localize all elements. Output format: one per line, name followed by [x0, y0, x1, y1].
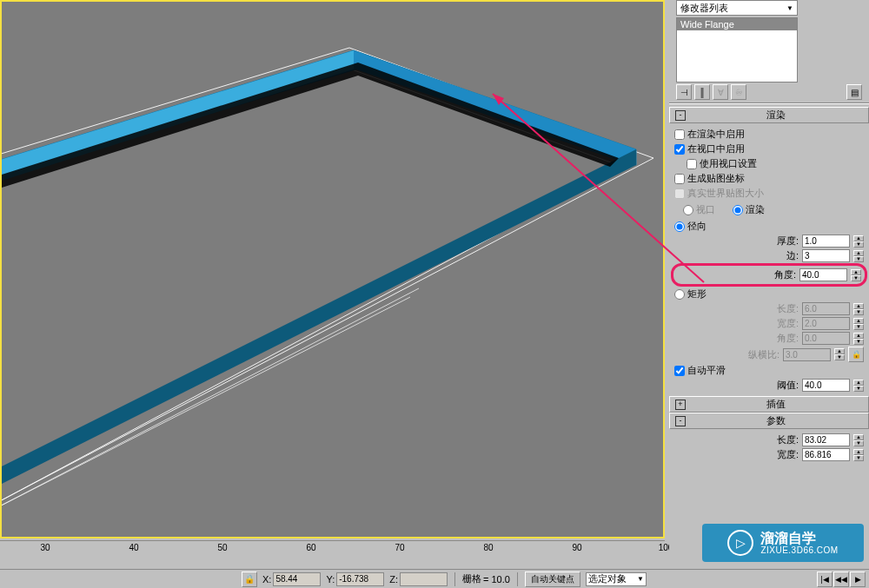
transport-controls: |◀ ◀◀ ▶ [817, 571, 866, 587]
rollout-params-header[interactable]: - 参数 [669, 413, 869, 429]
enable-in-viewport-check[interactable]: 在视口中启用 [674, 142, 864, 156]
generate-mapping-check[interactable]: 生成贴图坐标 [674, 171, 864, 186]
lock-button[interactable]: 🔒 [242, 571, 257, 587]
svg-line-3 [2, 297, 410, 519]
collapse-icon: - [675, 110, 686, 121]
modifier-item[interactable]: Wide Flange [677, 18, 797, 30]
grid-status: 栅格 = 10.0 [462, 572, 510, 585]
enable-in-render-check[interactable]: 在渲染中启用 [674, 127, 864, 142]
rect-width-row: 宽度: ▲▼ [674, 316, 864, 331]
width-row: 宽度: ▲▼ [674, 447, 864, 462]
z-coord: Z: [389, 572, 448, 586]
radial-radio[interactable]: 径向 [674, 219, 864, 234]
logo-title: 溜溜自学 [760, 531, 838, 546]
sides-row: 边: ▲▼ [674, 248, 864, 263]
x-input[interactable] [273, 572, 321, 586]
width-spinner[interactable]: ▲▼ [853, 449, 864, 461]
play-icon: ▷ [727, 530, 753, 556]
viewport-radio[interactable]: 视口 [683, 202, 715, 217]
chevron-down-icon: ▼ [637, 575, 644, 583]
chevron-down-icon: ▼ [786, 4, 793, 12]
threshold-spinner[interactable]: ▲▼ [853, 380, 864, 392]
goto-start-button[interactable]: |◀ [817, 571, 833, 587]
angle-row: 角度: ▲▼ [677, 268, 861, 282]
make-unique-button[interactable]: ∀ [713, 84, 728, 100]
sides-input[interactable] [802, 249, 850, 262]
real-world-map-check: 真实世界贴图大小 [674, 186, 864, 201]
prev-frame-button[interactable]: ◀◀ [833, 571, 849, 587]
logo-subtitle: ZIXUE.3D66.COM [760, 545, 838, 555]
aspect-spinner: ▲▼ [834, 348, 845, 360]
x-coord: X: [262, 572, 321, 586]
rect-angle-row: 角度: ▲▼ [674, 331, 864, 346]
angle-input[interactable] [799, 268, 847, 281]
mode-radio-group: 视口 渲染 [674, 201, 864, 219]
svg-marker-0 [2, 48, 653, 523]
rollout-params-title: 参数 [689, 414, 863, 427]
viewport-3d[interactable] [0, 0, 665, 538]
pin-stack-button[interactable]: ⊣ [676, 84, 692, 100]
aspect-lock-button[interactable]: 🔒 [848, 347, 864, 362]
thickness-input[interactable] [802, 235, 850, 248]
rect-length-input [802, 302, 850, 315]
rect-length-row: 长度: ▲▼ [674, 301, 864, 316]
threshold-row: 阈值: ▲▼ [674, 378, 864, 393]
viewport-ruler: 30 40 50 60 70 80 90 100 [0, 540, 665, 558]
width-input[interactable] [802, 448, 850, 461]
watermark-logo: ▷ 溜溜自学 ZIXUE.3D66.COM [702, 524, 864, 562]
render-radio[interactable]: 渲染 [733, 202, 765, 217]
side-panel: 修改器列表 ▼ Wide Flange ⊣ ║ ∀ ♾ ▤ - 渲染 在渲染中启… [669, 0, 869, 588]
rollout-render-body: 在渲染中启用 在视口中启用 使用视口设置 生成贴图坐标 真实世界贴图大小 视口 … [669, 123, 869, 396]
svg-line-2 [2, 288, 419, 514]
status-bar: 🔒 X: Y: Z: 栅格 = 10.0 自动关键点 选定对象 ▼ |◀ ◀◀ … [0, 569, 869, 588]
rect-length-spinner: ▲▼ [853, 303, 864, 315]
threshold-input[interactable] [802, 379, 850, 392]
length-input[interactable] [802, 433, 850, 446]
collapse-icon: - [675, 416, 686, 426]
modifier-stack[interactable]: Wide Flange [676, 17, 798, 83]
play-button[interactable]: ▶ [850, 571, 866, 587]
rect-angle-input [802, 332, 850, 345]
rollout-interp-header[interactable]: + 插值 [669, 396, 869, 413]
angle-spinner[interactable]: ▲▼ [851, 269, 861, 281]
remove-modifier-button[interactable]: ♾ [731, 84, 746, 100]
rollout-interp-title: 插值 [689, 398, 863, 411]
thickness-spinner[interactable]: ▲▼ [853, 235, 864, 248]
key-filter-dropdown[interactable]: 选定对象 ▼ [586, 572, 647, 586]
aspect-row: 纵横比: ▲▼ 🔒 [674, 346, 864, 363]
rectangular-radio[interactable]: 矩形 [674, 287, 864, 301]
viewport-content [2, 2, 663, 537]
rect-angle-spinner: ▲▼ [853, 333, 864, 345]
auto-key-button[interactable]: 自动关键点 [525, 571, 580, 587]
thickness-row: 厚度: ▲▼ [674, 234, 864, 248]
angle-highlight: 角度: ▲▼ [671, 263, 867, 287]
configure-sets-button[interactable]: ▤ [846, 84, 862, 100]
use-viewport-settings-check[interactable]: 使用视口设置 [674, 156, 864, 171]
z-input[interactable] [400, 572, 448, 586]
rollout-params-body: 长度: ▲▼ 宽度: ▲▼ [669, 429, 869, 466]
show-end-result-button[interactable]: ║ [694, 84, 710, 100]
modifier-list-dropdown[interactable]: 修改器列表 ▼ [676, 0, 798, 16]
aspect-input [783, 348, 831, 361]
auto-smooth-check[interactable]: 自动平滑 [674, 363, 864, 378]
expand-icon: + [675, 400, 686, 410]
y-coord: Y: [326, 572, 384, 586]
rect-width-spinner: ▲▼ [853, 318, 864, 330]
rollout-render-header[interactable]: - 渲染 [669, 107, 869, 123]
y-input[interactable] [336, 572, 384, 586]
length-spinner[interactable]: ▲▼ [853, 434, 864, 446]
modifier-toolbar: ⊣ ║ ∀ ♾ ▤ [676, 84, 862, 100]
sides-spinner[interactable]: ▲▼ [853, 250, 864, 262]
modifier-dropdown-label: 修改器列表 [680, 2, 728, 15]
rect-width-input [802, 317, 850, 330]
rollout-render-title: 渲染 [689, 109, 863, 122]
length-row: 长度: ▲▼ [674, 433, 864, 447]
